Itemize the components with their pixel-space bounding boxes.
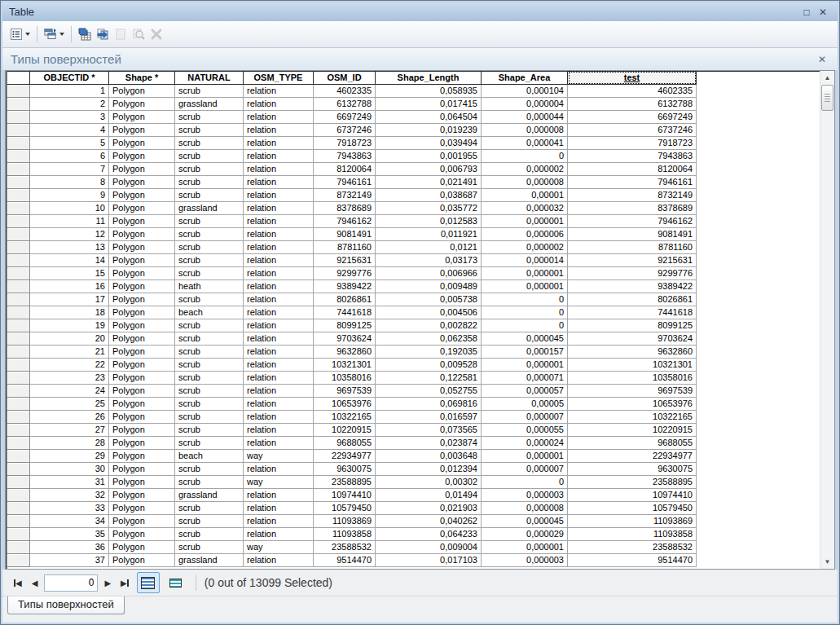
table-cell[interactable]: 0,012583: [376, 215, 482, 228]
table-cell[interactable]: Polygon: [109, 98, 175, 111]
table-cell[interactable]: 9299776: [314, 267, 376, 280]
table-cell[interactable]: 0,002822: [376, 319, 482, 332]
table-cell[interactable]: Polygon: [109, 554, 175, 567]
bottom-tab[interactable]: Типы поверхностей: [7, 596, 125, 614]
row-selector[interactable]: [7, 215, 30, 228]
table-cell[interactable]: relation: [244, 254, 314, 267]
table-cell[interactable]: 0,062358: [376, 332, 482, 346]
table-cell[interactable]: 0,000001: [482, 359, 568, 372]
table-cell[interactable]: Polygon: [109, 228, 175, 241]
table-cell[interactable]: 0: [482, 293, 568, 306]
row-selector[interactable]: [7, 489, 30, 502]
table-cell[interactable]: 0,003648: [376, 450, 482, 463]
table-cell[interactable]: 0: [482, 306, 568, 319]
table-cell[interactable]: 0,000006: [482, 228, 568, 241]
table-cell[interactable]: 19: [30, 319, 109, 332]
table-cell[interactable]: 0,000045: [482, 332, 568, 346]
table-cell[interactable]: relation: [244, 85, 314, 98]
table-cell[interactable]: relation: [244, 111, 314, 124]
scrollbar-thumb[interactable]: [821, 85, 833, 111]
table-cell[interactable]: relation: [244, 189, 314, 202]
table-cell[interactable]: Polygon: [109, 502, 175, 515]
first-record-button[interactable]: ◀: [11, 574, 25, 591]
table-cell[interactable]: relation: [244, 463, 314, 476]
table-cell[interactable]: 35: [30, 528, 109, 541]
table-cell[interactable]: 11093858: [314, 528, 376, 541]
table-cell[interactable]: 0,001955: [376, 150, 482, 163]
table-cell[interactable]: 0,000001: [482, 267, 568, 280]
table-cell[interactable]: 0,000003: [482, 489, 568, 502]
table-cell[interactable]: 0,000045: [482, 515, 568, 528]
table-cell[interactable]: Polygon: [109, 541, 175, 554]
delete-selected-button[interactable]: [148, 25, 165, 43]
table-cell[interactable]: Polygon: [109, 437, 175, 450]
close-button[interactable]: ✕: [815, 5, 831, 19]
table-cell[interactable]: relation: [244, 515, 314, 528]
next-record-button[interactable]: ▶: [101, 574, 114, 591]
table-cell[interactable]: 10358016: [568, 372, 697, 385]
table-cell[interactable]: relation: [244, 489, 314, 502]
table-cell[interactable]: 0,000055: [482, 424, 568, 437]
table-cell[interactable]: 0: [482, 476, 568, 489]
table-cell[interactable]: 10653976: [314, 398, 376, 411]
table-cell[interactable]: relation: [244, 372, 314, 385]
table-cell[interactable]: relation: [244, 241, 314, 254]
table-cell[interactable]: scrub: [175, 385, 244, 398]
table-cell[interactable]: 0,006793: [376, 163, 482, 176]
table-cell[interactable]: 10974410: [568, 489, 697, 502]
table-cell[interactable]: 0,000001: [482, 280, 568, 293]
table-cell[interactable]: 0,035772: [376, 202, 482, 215]
table-cell[interactable]: Polygon: [109, 124, 175, 137]
table-cell[interactable]: 0,000014: [482, 254, 568, 267]
table-cell[interactable]: Polygon: [109, 189, 175, 202]
maximize-button[interactable]: □: [798, 5, 815, 19]
row-selector[interactable]: [7, 515, 30, 528]
table-cell[interactable]: 10220915: [568, 424, 697, 437]
table-cell[interactable]: way: [244, 541, 314, 554]
table-cell[interactable]: 32: [30, 489, 109, 502]
table-cell[interactable]: Polygon: [109, 528, 175, 541]
table-cell[interactable]: 0,058935: [376, 85, 482, 98]
table-cell[interactable]: 0,03173: [376, 254, 482, 267]
table-cell[interactable]: way: [244, 476, 314, 489]
row-selector[interactable]: [7, 476, 30, 489]
column-header[interactable]: NATURAL: [175, 71, 244, 85]
table-cell[interactable]: relation: [244, 398, 314, 411]
scroll-down-icon[interactable]: ▼: [820, 555, 834, 569]
table-cell[interactable]: 0,064504: [376, 111, 482, 124]
table-cell[interactable]: relation: [244, 228, 314, 241]
table-cell[interactable]: relation: [244, 163, 314, 176]
table-cell[interactable]: 27: [30, 424, 109, 437]
table-cell[interactable]: 2: [30, 98, 109, 111]
row-selector[interactable]: [7, 254, 30, 267]
table-cell[interactable]: 7943863: [568, 150, 697, 163]
table-cell[interactable]: 0,017103: [376, 554, 482, 567]
table-cell[interactable]: relation: [244, 150, 314, 163]
table-cell[interactable]: 26: [30, 411, 109, 424]
table-cell[interactable]: 6737246: [314, 124, 376, 137]
table-cell[interactable]: 34: [30, 515, 109, 528]
table-cell[interactable]: 11: [30, 215, 109, 228]
table-cell[interactable]: relation: [244, 267, 314, 280]
row-selector[interactable]: [7, 528, 30, 541]
column-header[interactable]: Shape *: [109, 71, 175, 85]
table-cell[interactable]: 23588895: [568, 476, 697, 489]
table-cell[interactable]: grassland: [175, 554, 244, 567]
table-cell[interactable]: 9703624: [314, 332, 376, 346]
table-cell[interactable]: 6697249: [568, 111, 697, 124]
table-cell[interactable]: Polygon: [109, 489, 175, 502]
table-cell[interactable]: scrub: [175, 424, 244, 437]
table-cell[interactable]: 5: [30, 137, 109, 150]
row-selector[interactable]: [7, 306, 30, 319]
table-cell[interactable]: 10974410: [314, 489, 376, 502]
table-cell[interactable]: relation: [244, 215, 314, 228]
table-cell[interactable]: 31: [30, 476, 109, 489]
title-bar[interactable]: Table □ ✕: [2, 2, 838, 21]
table-cell[interactable]: 0,000029: [482, 528, 568, 541]
table-cell[interactable]: Polygon: [109, 450, 175, 463]
table-cell[interactable]: scrub: [175, 372, 244, 385]
table-cell[interactable]: relation: [244, 98, 314, 111]
table-cell[interactable]: Polygon: [109, 215, 175, 228]
table-cell[interactable]: scrub: [175, 150, 244, 163]
table-cell[interactable]: Polygon: [109, 111, 175, 124]
